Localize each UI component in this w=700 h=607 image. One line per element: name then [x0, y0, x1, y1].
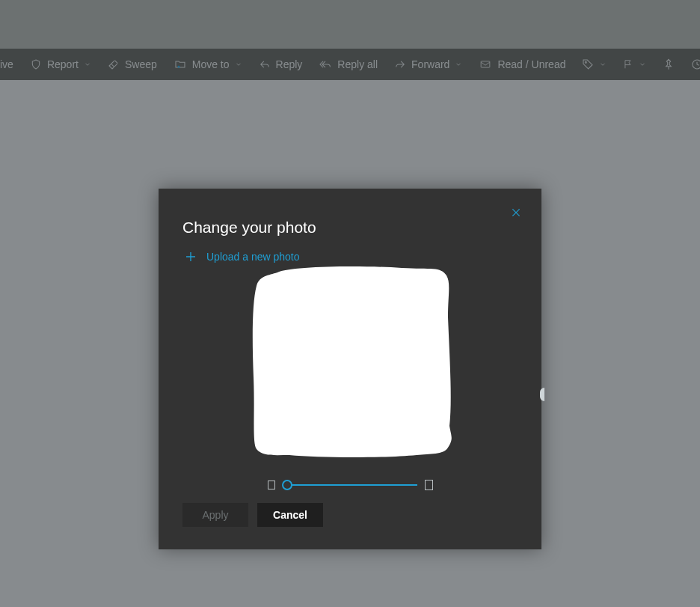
- zoom-slider[interactable]: [283, 479, 417, 491]
- zoom-in-icon[interactable]: [425, 480, 433, 490]
- upload-photo-label: Upload a new photo: [206, 251, 300, 263]
- upload-photo-button[interactable]: Upload a new photo: [184, 250, 300, 263]
- page-background: ive Report Sweep Move to Reply Reply all…: [0, 0, 700, 607]
- close-button[interactable]: [509, 205, 524, 220]
- edge-artifact: [540, 388, 544, 401]
- modal-actions: Apply Cancel: [182, 503, 323, 527]
- close-icon: [510, 207, 522, 219]
- photo-placeholder: [248, 268, 452, 472]
- plus-icon: [184, 250, 197, 263]
- modal-title: Change your photo: [182, 219, 518, 237]
- zoom-out-icon[interactable]: [268, 481, 275, 489]
- change-photo-modal: Change your photo Upload a new photo: [159, 189, 541, 549]
- photo-preview-area[interactable]: [182, 268, 518, 472]
- zoom-slider-row: [182, 479, 518, 491]
- apply-button[interactable]: Apply: [182, 503, 248, 527]
- cancel-button[interactable]: Cancel: [257, 503, 323, 527]
- slider-track: [283, 484, 417, 486]
- slider-thumb[interactable]: [282, 480, 292, 490]
- modal-overlay: Change your photo Upload a new photo: [0, 0, 700, 607]
